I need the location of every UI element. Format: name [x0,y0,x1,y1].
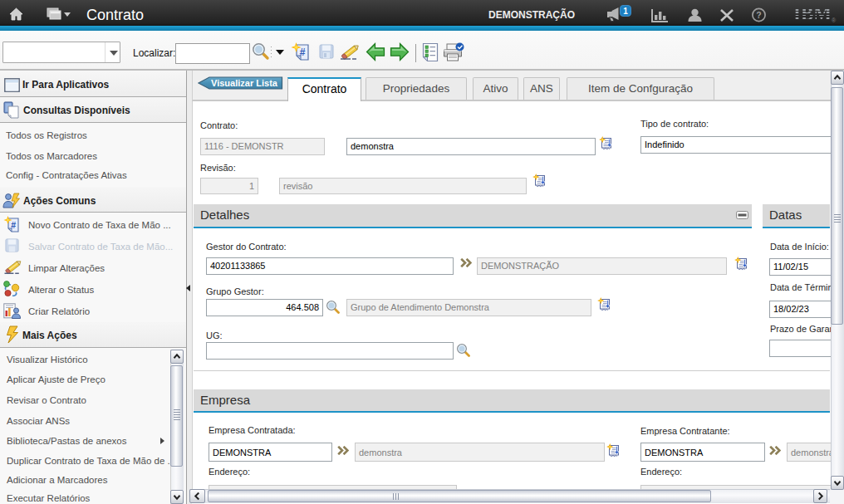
svg-text:#: # [300,46,306,58]
svg-text:#: # [11,220,16,230]
svg-text:Visualizar Lista: Visualizar Lista [211,78,278,88]
svg-text:?: ? [756,10,761,20]
